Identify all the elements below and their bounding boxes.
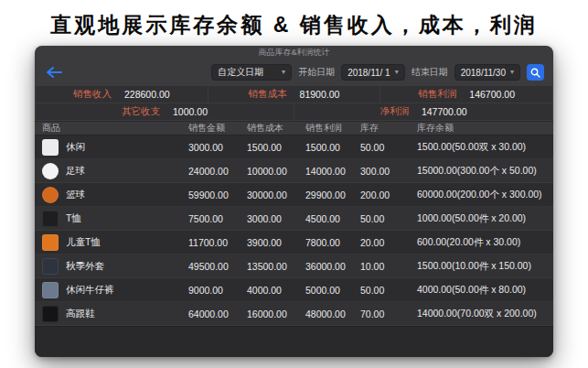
- product-name: 高跟鞋: [66, 308, 95, 320]
- table-row[interactable]: T恤 7500.00 3000.00 4500.00 50.00 1000.00…: [35, 207, 553, 231]
- chevron-down-icon: ▾: [510, 69, 514, 76]
- start-date-label: 开始日期: [298, 66, 335, 79]
- table-row[interactable]: 高跟鞋 64000.00 16000.00 48000.00 70.00 140…: [35, 302, 553, 326]
- stock-cell: 300.00: [353, 166, 410, 177]
- product-cell: 篮球: [35, 187, 181, 203]
- other-income-label: 其它收支: [122, 105, 160, 118]
- product-name: 篮球: [66, 189, 85, 201]
- product-cell: 高跟鞋: [35, 306, 181, 322]
- sales-amount-cell: 49500.00: [181, 261, 240, 272]
- chevron-down-icon: ▾: [395, 69, 399, 76]
- search-button[interactable]: [527, 64, 544, 81]
- stock-balance-cell: 15000.00(300.00个 x 50.00): [410, 165, 553, 178]
- toolbar-controls: 自定义日期 ▾ 开始日期 2018/11/ 1 ▾ 结束日期 2018/11/3…: [211, 64, 544, 81]
- sales-amount-cell: 64000.00: [181, 308, 240, 319]
- stock-cell: 70.00: [353, 308, 410, 319]
- sales-amount-cell: 9000.00: [181, 285, 240, 296]
- stock-cell: 50.00: [353, 285, 410, 296]
- product-thumbnail: [42, 234, 59, 251]
- stock-cell: 50.00: [353, 142, 410, 153]
- sales-cost-cell: 4000.00: [240, 285, 298, 296]
- start-date-value: 2018/11/ 1: [347, 68, 390, 78]
- window-titlebar[interactable]: 商品库存&利润统计: [35, 46, 553, 60]
- sales-profit-cell: 29900.00: [298, 189, 353, 200]
- stock-cell: 200.00: [353, 189, 410, 200]
- sales-cost-cell: 13500.00: [240, 261, 298, 272]
- table-row[interactable]: 儿童T恤 11700.00 3900.00 7800.00 20.00 600.…: [35, 231, 553, 254]
- product-thumbnail: [42, 163, 59, 179]
- header-product: 商品: [35, 122, 181, 135]
- other-income-value: 1000.00: [173, 106, 208, 117]
- product-name: T恤: [66, 212, 81, 225]
- sales-amount-cell: 3000.00: [181, 142, 240, 153]
- summary-row-2: 其它收支 1000.00 净利润 147700.00: [36, 103, 552, 120]
- stock-balance-cell: 4000.00(50.00件 x 80.00): [410, 284, 553, 297]
- net-profit-cell: 净利润 147700.00: [294, 103, 552, 120]
- sales-profit-cell: 销售利润 146700.00: [380, 86, 552, 103]
- back-arrow-icon: [46, 67, 62, 78]
- date-range-select[interactable]: 自定义日期 ▾: [211, 64, 292, 81]
- table-header: 商品 销售金额 销售成本 销售利润 库存 库存余额: [35, 121, 553, 135]
- header-sales-profit: 销售利润: [298, 122, 353, 135]
- table-row[interactable]: 足球 24000.00 10000.00 14000.00 300.00 150…: [35, 159, 553, 183]
- product-cell: 休闲牛仔裤: [35, 282, 181, 298]
- stock-balance-cell: 1500.00(10.00件 x 150.00): [410, 260, 553, 273]
- app-window: 商品库存&利润统计 自定义日期 ▾ 开始日期 2018/11/ 1 ▾ 结束日期…: [35, 46, 553, 357]
- sales-profit-label: 销售利润: [418, 88, 456, 101]
- window-title: 商品库存&利润统计: [258, 47, 329, 59]
- sales-cost-cell: 销售成本 81900.00: [208, 86, 380, 103]
- stock-cell: 50.00: [353, 213, 410, 224]
- stock-cell: 20.00: [353, 237, 410, 248]
- product-thumbnail: [42, 258, 59, 275]
- sales-income-value: 228600.00: [124, 89, 170, 100]
- product-name: 儿童T恤: [66, 236, 101, 249]
- stock-balance-cell: 14000.00(70.00双 x 200.00): [410, 308, 553, 320]
- sales-cost-value: 81900.00: [300, 89, 340, 100]
- sales-amount-cell: 24000.00: [181, 166, 240, 177]
- product-cell: 儿童T恤: [35, 234, 181, 251]
- sales-cost-cell: 3000.00: [240, 213, 298, 224]
- product-name: 秋季外套: [66, 260, 104, 273]
- sales-amount-cell: 11700.00: [181, 237, 240, 248]
- product-cell: T恤: [35, 211, 181, 227]
- product-name: 足球: [66, 165, 85, 178]
- table-row[interactable]: 秋季外套 49500.00 13500.00 36000.00 10.00 15…: [35, 254, 553, 278]
- sales-cost-label: 销售成本: [249, 88, 287, 101]
- stock-balance-cell: 1500.00(50.00双 x 30.00): [410, 141, 553, 154]
- end-date-label: 结束日期: [412, 66, 448, 79]
- window-footer: [35, 326, 553, 357]
- sales-cost-cell: 3900.00: [240, 237, 298, 248]
- date-range-selected-label: 自定义日期: [218, 66, 263, 79]
- sales-profit-cell: 5000.00: [298, 285, 353, 296]
- product-cell: 足球: [35, 163, 181, 179]
- sales-profit-cell: 1500.00: [298, 142, 353, 153]
- start-date-picker[interactable]: 2018/11/ 1 ▾: [341, 64, 405, 81]
- header-stock-balance: 库存余额: [410, 122, 553, 135]
- sales-profit-cell: 4500.00: [298, 213, 353, 224]
- sales-cost-cell: 1500.00: [240, 142, 298, 153]
- sales-profit-cell: 7800.00: [298, 237, 353, 248]
- stock-balance-cell: 600.00(20.00件 x 30.00): [410, 236, 553, 249]
- sales-income-cell: 销售收入 228600.00: [36, 86, 208, 103]
- search-icon: [530, 68, 540, 78]
- table-row[interactable]: 篮球 59900.00 30000.00 29900.00 200.00 600…: [35, 183, 553, 207]
- chevron-down-icon: ▾: [282, 69, 285, 76]
- product-thumbnail: [42, 306, 59, 322]
- summary-panel: 销售收入 228600.00 销售成本 81900.00 销售利润 146700…: [35, 85, 553, 121]
- page-headline: 直观地展示库存余额 & 销售收入，成本，利润: [0, 0, 588, 39]
- product-thumbnail: [42, 282, 59, 298]
- toolbar: 自定义日期 ▾ 开始日期 2018/11/ 1 ▾ 结束日期 2018/11/3…: [35, 60, 553, 85]
- product-name: 休闲: [66, 141, 85, 154]
- header-stock: 库存: [353, 122, 410, 135]
- end-date-picker[interactable]: 2018/11/30 ▾: [454, 64, 520, 81]
- back-button[interactable]: [44, 65, 64, 80]
- sales-cost-cell: 16000.00: [240, 308, 298, 319]
- sales-profit-cell: 48000.00: [298, 308, 353, 319]
- table-row[interactable]: 休闲牛仔裤 9000.00 4000.00 5000.00 50.00 4000…: [35, 278, 553, 302]
- other-income-cell: 其它收支 1000.00: [36, 103, 294, 120]
- end-date-value: 2018/11/30: [461, 68, 506, 78]
- header-sales-amount: 销售金额: [181, 122, 240, 135]
- sales-amount-cell: 7500.00: [181, 213, 240, 224]
- table-row[interactable]: 休闲 3000.00 1500.00 1500.00 50.00 1500.00…: [35, 135, 553, 159]
- page: { "page": { "headline": "直观地展示库存余额 & 销售收…: [0, 0, 588, 368]
